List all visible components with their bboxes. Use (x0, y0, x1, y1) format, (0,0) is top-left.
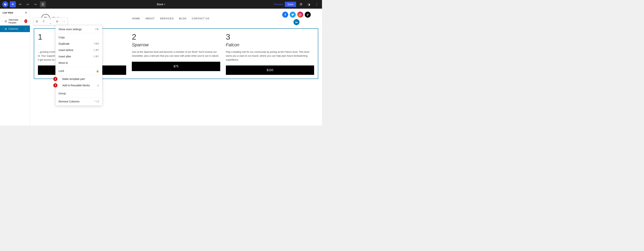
contrast-icon: ◑ (308, 3, 310, 6)
menu-item-show-more-settings[interactable]: Show more settings ⇧⌘, (56, 26, 102, 32)
pricing-card-2: 2 Sparrow Join at the Sparrow level and … (132, 32, 220, 75)
menu-item-remove-columns[interactable]: Remove Columns ^⌥Z (56, 98, 102, 105)
chevron-down-icon: ▾ (164, 3, 165, 6)
shortcut-show-more: ⇧⌘, (94, 28, 99, 30)
settings-button[interactable]: ⚙ (298, 1, 304, 7)
menu-item-copy[interactable]: Copy (56, 34, 102, 40)
list-view-icon: ☰ (42, 3, 44, 6)
menu-item-group[interactable]: Group (56, 90, 102, 97)
menu-label-duplicate: Duplicate (58, 42, 70, 45)
sidebar-item-alternate-header[interactable]: › ⊞ Alternate Header 1 (0, 17, 30, 25)
svg-point-4 (295, 21, 296, 21)
delete-icon: ⊘ (56, 20, 58, 23)
site-nav: HOME ABOUT SERVICES BLOG CONTACT US (132, 17, 209, 20)
doc-title-text: Blank (157, 3, 163, 6)
columns-type-button[interactable]: ⊟ (34, 18, 40, 25)
nav-blog[interactable]: BLOG (179, 17, 186, 20)
plus-icon: + (12, 2, 14, 6)
pricing-card-3: 3 Falcon Play a leading role for our com… (226, 32, 314, 75)
menu-item-lock[interactable]: Lock 🔒 (56, 68, 102, 74)
menu-label-copy: Copy (58, 36, 65, 39)
svg-rect-3 (295, 22, 296, 23)
drag-handle-button[interactable]: ⠿ (40, 18, 47, 25)
sidebar-item-label-columns: Columns (8, 27, 18, 30)
menu-item-insert-before[interactable]: Insert before ⌥⌘T (56, 47, 102, 53)
badge-3: 3 (53, 83, 58, 87)
pricing-desc-3: Play a leading role for our community by… (226, 50, 314, 62)
shortcut-insert-before: ⌥⌘T (93, 49, 99, 51)
tiktok-icon[interactable] (305, 12, 311, 18)
sidebar-header: List View ✕ (0, 9, 30, 17)
more-options-button[interactable]: ⋮ (314, 1, 320, 7)
list-view-button[interactable]: ☰ (40, 1, 46, 7)
menu-label-add-reusable: Add to Reusable blocks (62, 84, 90, 87)
menu-label-insert-after: Insert after (58, 55, 71, 58)
menu-label-show-more: Show more settings (58, 28, 82, 31)
sidebar-close-button[interactable]: ✕ (25, 11, 27, 14)
menu-divider-2 (56, 67, 102, 67)
nav-about[interactable]: ABOUT (145, 17, 155, 20)
expand-arrow-icon: › (3, 20, 3, 22)
social-row-top (282, 12, 311, 18)
sidebar-title: List View (3, 11, 13, 14)
social-row-bottom (294, 19, 300, 25)
expand-arrow-icon-2: › (3, 28, 3, 30)
contrast-button[interactable]: ◑ (306, 1, 312, 7)
ellipsis-icon: ⋮ (315, 3, 318, 6)
twitter-icon[interactable] (290, 12, 296, 18)
svg-rect-0 (299, 13, 301, 16)
menu-item-make-template-part[interactable]: 2 Make template part (56, 76, 102, 82)
lock-icon: 🔒 (96, 69, 99, 72)
more-icon-toolbar: ⋮ (63, 20, 66, 23)
badge-2: 2 (53, 77, 58, 81)
menu-item-insert-after[interactable]: Insert after ⌥⌘Y (56, 53, 102, 60)
reusable-blocks-icon: ◇ (97, 84, 99, 87)
menu-item-move-to[interactable]: Move to (56, 60, 102, 66)
add-block-button[interactable]: + (10, 1, 16, 7)
gear-icon: ⚙ (300, 2, 302, 6)
sidebar-item-columns[interactable]: › ⊟ Columns ⋮ (0, 25, 30, 32)
nav-home[interactable]: HOME (132, 17, 140, 20)
block-toolbar: ⊟ ⠿ ⌃⌄ ⊘ ⋮ (34, 18, 68, 25)
wordpress-logo[interactable]: ☯ (2, 1, 8, 7)
pricing-btn-3[interactable]: $150 (226, 65, 314, 75)
more-icon[interactable]: ⋮ (24, 27, 27, 30)
menu-item-add-reusable-blocks[interactable]: 3 Add to Reusable blocks ◇ (56, 82, 102, 89)
menu-label-insert-before: Insert before (58, 49, 74, 52)
menu-label-lock: Lock (58, 69, 64, 72)
pricing-desc-2: Join at the Sparrow level and become a m… (132, 50, 220, 58)
instagram-icon[interactable] (297, 12, 303, 18)
more-toolbar-button[interactable]: ⋮ (61, 18, 68, 25)
menu-label-group: Group (58, 92, 66, 95)
main-layout: List View ✕ › ⊞ Alternate Header 1 › ⊟ C… (0, 9, 322, 125)
save-button[interactable]: Save (285, 2, 296, 7)
sidebar-item-label: Alternate Header (8, 18, 23, 24)
move-up-down-button[interactable]: ⌃⌄ (47, 18, 54, 25)
facebook-icon[interactable] (282, 12, 288, 18)
menu-item-duplicate[interactable]: Duplicate ⇧⌘D (56, 40, 102, 47)
pricing-btn-2[interactable]: $75 (132, 62, 220, 71)
drag-icon: ⠿ (42, 20, 45, 23)
menu-label-move-to: Move to (58, 61, 68, 64)
menu-divider-1 (56, 33, 102, 33)
columns-icon: ⊟ (36, 20, 38, 23)
toolbar-center: Blank ▾ (157, 3, 165, 6)
up-down-icon: ⌃⌄ (49, 18, 52, 25)
linkedin-icon[interactable] (294, 19, 300, 25)
tools-button[interactable]: ✏ (17, 1, 23, 7)
shortcut-remove-columns: ^⌥Z (94, 100, 99, 103)
columns-block-icon: ⊟ (5, 27, 7, 30)
menu-label-remove-columns: Remove Columns (58, 100, 80, 103)
undo-button[interactable]: ↩ (25, 1, 31, 7)
svg-point-2 (300, 14, 301, 14)
sidebar: List View ✕ › ⊞ Alternate Header 1 › ⊟ C… (0, 9, 30, 125)
nav-contact[interactable]: CONTACT US (192, 17, 209, 20)
delete-button[interactable]: ⊘ (54, 18, 61, 25)
redo-button[interactable]: ↪ (32, 1, 38, 7)
context-menu: Show more settings ⇧⌘, Copy Duplicate ⇧⌘… (56, 25, 102, 106)
preview-button[interactable]: Preview (274, 3, 283, 6)
social-icons (282, 12, 311, 25)
pricing-name-2: Sparrow (132, 42, 220, 47)
nav-services[interactable]: SERVICES (160, 17, 174, 20)
doc-title[interactable]: Blank ▾ (157, 3, 165, 6)
